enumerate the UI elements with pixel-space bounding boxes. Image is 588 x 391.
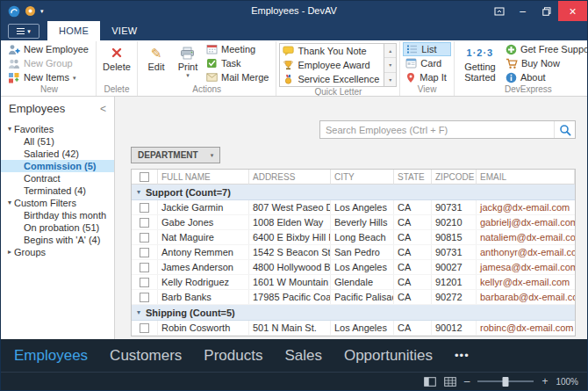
group-by-panel: DEPARTMENT ▾ — [131, 147, 576, 163]
nav-overflow-button[interactable]: ••• — [455, 349, 470, 362]
table-row[interactable]: Antony Remmen 1542 S Beacon St San Pedro… — [132, 245, 575, 260]
column-header-state[interactable]: STATE — [394, 170, 432, 185]
titlebar: ▾ Employees - DevAV – × — [1, 1, 587, 21]
one-two-three-icon: 1·2·3 — [467, 44, 494, 62]
group-row-shipping[interactable]: ▾ Shipping (Count=5) — [132, 305, 575, 321]
minimize-button[interactable]: – — [511, 1, 534, 21]
table-row[interactable]: James Anderson 4800 Hollywood Blvd Los A… — [132, 260, 575, 275]
edit-button[interactable]: ✎ Edit — [140, 42, 172, 84]
search-input[interactable] — [320, 121, 554, 138]
cell-address: 17985 Pacific Coast ... — [249, 290, 331, 304]
print-button[interactable]: Print ▾ — [172, 42, 204, 84]
chevron-down-icon: ▾ — [5, 123, 14, 135]
column-header-email[interactable]: EMAIL — [477, 170, 575, 185]
task-button[interactable]: Task — [204, 56, 273, 70]
table-row[interactable]: Gabe Jones 1008 Elden Way Beverly Hills … — [132, 215, 575, 230]
chevron-down-icon: ▾ — [186, 72, 190, 78]
column-header-full-name[interactable]: FULL NAME — [158, 170, 249, 185]
nav-item-employees[interactable]: Employees — [14, 347, 88, 365]
sidebar-item-contract[interactable]: Contract — [1, 172, 114, 185]
table-row[interactable]: Nat Maguire 6400 E Bixby Hill Rd Long Be… — [132, 230, 575, 245]
zoom-slider-thumb[interactable] — [503, 377, 509, 387]
sidebar-item-groups[interactable]: ▸Groups — [1, 246, 114, 258]
column-header-zipcode[interactable]: ZIPCODE — [432, 170, 477, 185]
new-employee-button[interactable]: New Employee — [5, 42, 93, 56]
row-checkbox[interactable] — [140, 278, 149, 287]
tab-view[interactable]: VIEW — [100, 21, 148, 40]
tab-home[interactable]: HOME — [47, 21, 100, 40]
sidebar-item-salaried[interactable]: Salaried (42) — [1, 148, 114, 160]
restore-icon — [542, 7, 551, 16]
nav-item-customers[interactable]: Customers — [110, 347, 182, 365]
view-card-button[interactable]: Card — [403, 56, 451, 70]
column-header-address[interactable]: ADDRESS — [249, 170, 331, 185]
view-list-button[interactable]: List — [403, 42, 451, 56]
sidebar-item-favorites[interactable]: ▾Favorites — [1, 123, 114, 135]
new-items-button[interactable]: New Items ▾ — [5, 70, 93, 84]
pencil-icon: ✎ — [151, 44, 162, 62]
close-button[interactable]: × — [558, 1, 587, 21]
nav-item-opportunities[interactable]: Opportunities — [344, 347, 433, 365]
zoom-level-label: 100% — [556, 377, 578, 387]
cell-full-name: James Anderson — [158, 260, 249, 274]
cell-city: Pacific Palisades — [331, 290, 394, 304]
row-checkbox[interactable] — [140, 263, 149, 272]
meeting-button[interactable]: Meeting — [204, 42, 273, 56]
table-row[interactable]: Jackie Garmin 807 West Paseo Del... Los … — [132, 200, 575, 215]
gallery-down-icon[interactable]: ▾ — [384, 58, 396, 72]
ribbon-group-label: Delete — [99, 84, 134, 96]
cell-full-name: Robin Cosworth — [158, 321, 249, 335]
quick-letter-gallery: Thank You Note Employee Award Service Ex… — [279, 43, 397, 87]
gallery-up-icon[interactable]: ▴ — [384, 44, 396, 58]
sidebar-item-terminated[interactable]: Terminated (4) — [1, 185, 114, 197]
sidebar-item-all[interactable]: All (51) — [1, 135, 114, 148]
sidebar-item-commission[interactable]: Commission (5) — [1, 160, 114, 172]
collapse-sidebar-icon[interactable]: < — [100, 103, 106, 115]
thank-you-note-button[interactable]: Thank You Note — [280, 44, 384, 58]
gallery-expand-icon[interactable]: ▾ — [384, 73, 396, 86]
ribbon-display-options-button[interactable] — [487, 1, 511, 21]
row-checkbox[interactable] — [140, 323, 149, 333]
mail-merge-button[interactable]: Mail Merge — [204, 70, 273, 84]
get-free-support-button[interactable]: Get Free Support — [503, 42, 587, 56]
nav-item-sales[interactable]: Sales — [284, 347, 322, 365]
sidebar-item-begins-with-a[interactable]: Begins with 'A' (4) — [1, 234, 114, 246]
view-map-button[interactable]: Map It — [403, 70, 451, 84]
column-header-city[interactable]: CITY — [331, 170, 394, 185]
new-group-button[interactable]: New Group — [5, 56, 93, 70]
app-menu-button[interactable]: ▾ — [8, 24, 39, 39]
sidebar-item-birthday-this-month[interactable]: Birthday this month — [1, 209, 114, 221]
select-all-checkbox[interactable] — [140, 172, 149, 182]
table-row[interactable]: Robin Cosworth 501 N Main St. Los Angele… — [132, 321, 575, 336]
zoom-in-button[interactable]: + — [541, 376, 548, 387]
service-excellence-button[interactable]: Service Excellence — [280, 72, 384, 86]
qat-customize-icon[interactable] — [25, 5, 36, 17]
cell-state: CA — [394, 215, 432, 229]
row-checkbox[interactable] — [140, 248, 149, 257]
layout-view-icon[interactable] — [424, 377, 436, 387]
nav-item-products[interactable]: Products — [204, 347, 262, 365]
sidebar-item-on-probation[interactable]: On probation (51) — [1, 221, 114, 234]
about-button[interactable]: About — [503, 70, 587, 84]
qat-dropdown-icon[interactable]: ▾ — [40, 8, 44, 14]
group-row-support[interactable]: ▾ Support (Count=7) — [132, 185, 575, 200]
table-row[interactable]: Barb Banks 17985 Pacific Coast ... Pacif… — [132, 290, 575, 305]
row-checkbox[interactable] — [140, 293, 149, 302]
cell-email: nataliem@dx-email.com — [477, 230, 575, 244]
zoom-slider[interactable] — [477, 377, 534, 387]
getting-started-button[interactable]: 1·2·3 Getting Started — [457, 42, 503, 84]
buy-now-button[interactable]: Buy Now — [503, 56, 587, 70]
row-checkbox[interactable] — [140, 233, 149, 243]
table-row[interactable]: Kelly Rodriguez 1601 W Mountain St. Glen… — [132, 275, 575, 290]
row-checkbox[interactable] — [140, 203, 149, 213]
zoom-out-button[interactable]: – — [464, 376, 470, 387]
ribbon-group-delete: Delete Delete — [97, 41, 138, 96]
employee-award-button[interactable]: Employee Award — [280, 58, 384, 72]
row-checkbox[interactable] — [140, 218, 149, 228]
group-by-department-button[interactable]: DEPARTMENT ▾ — [131, 147, 220, 163]
search-button[interactable] — [554, 121, 575, 138]
sidebar-item-custom-filters[interactable]: ▾Custom Filters — [1, 197, 114, 209]
restore-button[interactable] — [534, 1, 558, 21]
delete-button[interactable]: Delete — [99, 42, 134, 84]
grid-view-icon[interactable] — [444, 377, 456, 387]
